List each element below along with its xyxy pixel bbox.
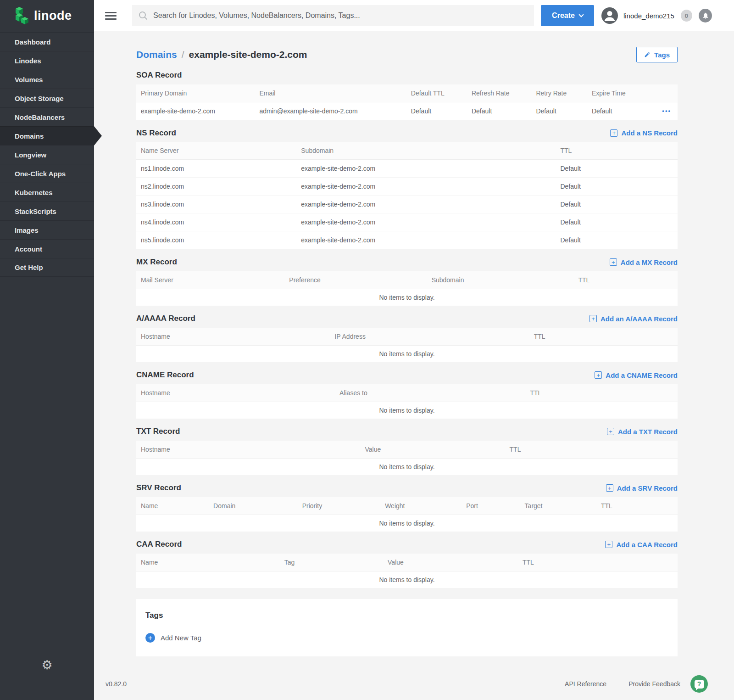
provide-feedback-link[interactable]: Provide Feedback bbox=[628, 680, 680, 688]
table-cell: example-site-demo-2.com bbox=[296, 160, 556, 178]
table-row: ns2.linode.comexample-site-demo-2.comDef… bbox=[136, 178, 678, 196]
edit-tags-button[interactable]: Tags bbox=[636, 47, 678, 62]
sidebar-item-stackscripts[interactable]: StackScripts bbox=[0, 202, 94, 220]
logo-text: linode bbox=[34, 9, 72, 23]
add-a-ns-record-link[interactable]: +Add a NS Record bbox=[610, 129, 678, 137]
header-row: NameTagValueTTL bbox=[136, 554, 678, 571]
help-button[interactable]: ? bbox=[690, 675, 708, 693]
add-new-tag-button[interactable]: + Add New Tag bbox=[145, 633, 201, 643]
sidebar-item-domains[interactable]: Domains bbox=[0, 126, 94, 145]
section-head: NS Record+Add a NS Record bbox=[136, 124, 678, 142]
column-header: Email bbox=[255, 84, 406, 102]
table-row: ns1.linode.comexample-site-demo-2.comDef… bbox=[136, 160, 678, 178]
add-link-label: Add a CNAME Record bbox=[606, 371, 678, 379]
sidebar-item-label: Get Help bbox=[15, 263, 43, 271]
column-header: TTL bbox=[596, 497, 678, 515]
column-header: Name bbox=[136, 497, 209, 515]
table-row: ns5.linode.comexample-site-demo-2.comDef… bbox=[136, 231, 678, 249]
empty-state-text: No items to display. bbox=[136, 458, 678, 475]
row-actions-button[interactable]: ••• bbox=[662, 107, 671, 114]
empty-state-row: No items to display. bbox=[136, 345, 678, 362]
add-an-a-aaaa-record-link[interactable]: +Add an A/AAAA Record bbox=[589, 315, 678, 323]
empty-state-text: No items to display. bbox=[136, 571, 678, 588]
active-item-arrow bbox=[94, 126, 102, 146]
pencil-icon bbox=[644, 51, 651, 58]
sidebar-item-nodebalancers[interactable]: NodeBalancers bbox=[0, 107, 94, 126]
sidebar-item-kubernetes[interactable]: Kubernetes bbox=[0, 183, 94, 202]
section-head: TXT Record+Add a TXT Record bbox=[136, 422, 678, 441]
create-button[interactable]: Create bbox=[541, 5, 594, 26]
table-cell: example-site-demo-2.com bbox=[296, 231, 556, 249]
plus-square-icon: + bbox=[605, 541, 612, 548]
sidebar-item-get-help[interactable]: Get Help bbox=[0, 258, 94, 277]
add-a-caa-record-link[interactable]: +Add a CAA Record bbox=[605, 541, 678, 549]
section-head: MX Record+Add a MX Record bbox=[136, 253, 678, 271]
column-header: Mail Server bbox=[136, 271, 284, 289]
section-soa-record: SOA RecordPrimary DomainEmailDefault TTL… bbox=[136, 66, 678, 120]
sidebar-item-images[interactable]: Images bbox=[0, 220, 94, 239]
table-row: example-site-demo-2.comadmin@example-sit… bbox=[136, 102, 678, 120]
add-link-label: Add a CAA Record bbox=[616, 541, 678, 549]
table-cell: example-site-demo-2.com bbox=[296, 178, 556, 196]
plus-square-icon: + bbox=[607, 428, 614, 435]
breadcrumb-separator: / bbox=[182, 49, 184, 60]
avatar bbox=[601, 7, 618, 24]
add-a-txt-record-link[interactable]: +Add a TXT Record bbox=[607, 428, 678, 436]
api-reference-link[interactable]: API Reference bbox=[565, 680, 606, 688]
breadcrumb-domains-link[interactable]: Domains bbox=[136, 49, 177, 60]
table-cell: example-site-demo-2.com bbox=[296, 196, 556, 213]
column-header: TTL bbox=[529, 328, 678, 345]
empty-state-row: No items to display. bbox=[136, 402, 678, 419]
add-a-mx-record-link[interactable]: +Add a MX Record bbox=[610, 258, 678, 266]
ns-record-table: Name ServerSubdomainTTLns1.linode.comexa… bbox=[136, 142, 678, 250]
column-header: TTL bbox=[505, 441, 678, 458]
table-cell: example-site-demo-2.com bbox=[136, 102, 255, 120]
sidebar-item-one-click-apps[interactable]: One-Click Apps bbox=[0, 164, 94, 183]
header-row: Name ServerSubdomainTTL bbox=[136, 142, 678, 160]
user-menu[interactable]: linode_demo215 bbox=[601, 7, 674, 24]
help-question-icon: ? bbox=[695, 680, 704, 689]
tags-card-title: Tags bbox=[145, 611, 668, 620]
add-a-srv-record-link[interactable]: +Add a SRV Record bbox=[606, 484, 678, 492]
create-button-label: Create bbox=[552, 11, 575, 20]
sidebar-item-linodes[interactable]: Linodes bbox=[0, 51, 94, 70]
empty-state-text: No items to display. bbox=[136, 515, 678, 532]
record-sections: SOA RecordPrimary DomainEmailDefault TTL… bbox=[136, 66, 678, 588]
sidebar-item-account[interactable]: Account bbox=[0, 239, 94, 258]
section-title: SRV Record bbox=[136, 483, 181, 493]
hamburger-menu-icon[interactable] bbox=[105, 10, 117, 22]
column-header: Hostname bbox=[136, 441, 361, 458]
column-header: Domain bbox=[209, 497, 298, 515]
notifications-button[interactable] bbox=[699, 9, 712, 22]
table-cell: Default bbox=[556, 231, 678, 249]
column-header: TTL bbox=[518, 554, 678, 571]
table-cell-actions: ••• bbox=[656, 102, 678, 120]
section-title: CNAME Record bbox=[136, 370, 194, 380]
username-label: linode_demo215 bbox=[623, 12, 674, 20]
column-header: TTL bbox=[573, 271, 678, 289]
empty-state-text: No items to display. bbox=[136, 402, 678, 419]
sidebar-item-label: Volumes bbox=[15, 76, 43, 84]
header-row: NameDomainPriorityWeightPortTargetTTL bbox=[136, 497, 678, 515]
empty-state-row: No items to display. bbox=[136, 571, 678, 588]
edit-tags-button-label: Tags bbox=[654, 51, 670, 59]
sidebar-item-dashboard[interactable]: Dashboard bbox=[0, 32, 94, 51]
section-head: CAA Record+Add a CAA Record bbox=[136, 535, 678, 554]
sidebar-item-object-storage[interactable]: Object Storage bbox=[0, 89, 94, 107]
soa-record-table: Primary DomainEmailDefault TTLRefresh Ra… bbox=[136, 84, 678, 120]
linode-logo[interactable]: linode bbox=[0, 0, 94, 31]
sidebar-item-longview[interactable]: Longview bbox=[0, 145, 94, 164]
table-row: ns4.linode.comexample-site-demo-2.comDef… bbox=[136, 213, 678, 231]
sidebar-item-label: Linodes bbox=[15, 57, 41, 65]
sidebar-item-volumes[interactable]: Volumes bbox=[0, 70, 94, 89]
user-icon bbox=[601, 7, 618, 24]
section-cname-record: CNAME Record+Add a CNAME RecordHostnameA… bbox=[136, 366, 678, 419]
gear-icon[interactable]: ⚙ bbox=[0, 658, 94, 672]
sidebar-item-label: One-Click Apps bbox=[15, 170, 66, 178]
column-header: Tag bbox=[280, 554, 383, 571]
search-input[interactable] bbox=[153, 11, 528, 20]
column-header: Value bbox=[383, 554, 518, 571]
empty-state-row: No items to display. bbox=[136, 515, 678, 532]
section-head: CNAME Record+Add a CNAME Record bbox=[136, 366, 678, 384]
add-a-cname-record-link[interactable]: +Add a CNAME Record bbox=[595, 371, 678, 379]
